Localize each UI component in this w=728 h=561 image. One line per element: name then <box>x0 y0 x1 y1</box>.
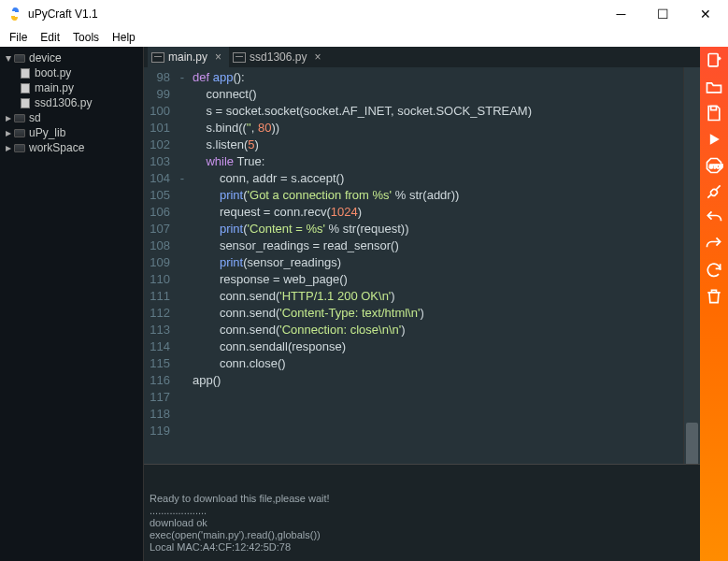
tree-node-workspace[interactable]: ▸ workSpace <box>2 140 141 155</box>
close-button[interactable]: ✕ <box>684 0 726 28</box>
tab-close-icon[interactable]: × <box>310 50 324 64</box>
file-icon <box>151 52 164 63</box>
window-title: uPyCraft V1.1 <box>28 7 600 21</box>
open-button[interactable] <box>704 77 724 97</box>
file-icon <box>233 52 246 63</box>
svg-rect-0 <box>708 54 718 66</box>
connect-button[interactable] <box>704 181 724 202</box>
tree-file-boot[interactable]: boot.py <box>2 65 141 80</box>
repl-console[interactable]: Ready to download this file,please wait!… <box>144 464 700 561</box>
undo-button[interactable] <box>704 208 724 228</box>
menu-help[interactable]: Help <box>107 29 141 46</box>
file-tree: ▾ device boot.py main.py ssd1306.py ▸ sd… <box>0 47 144 561</box>
tree-node-upylib[interactable]: ▸ uPy_lib <box>2 125 141 140</box>
menu-file[interactable]: File <box>4 29 33 46</box>
console-output: Ready to download this file,please wait!… <box>150 493 694 554</box>
menu-tools[interactable]: Tools <box>67 29 105 46</box>
tab-ssd1306-py[interactable]: ssd1306.py × <box>229 47 328 67</box>
tab-label: ssd1306.py <box>250 50 307 64</box>
scroll-thumb[interactable] <box>686 423 698 464</box>
code-editor[interactable]: 98 99 100 101 102 103 104 105 106 107 10… <box>144 67 700 464</box>
save-button[interactable] <box>704 103 724 123</box>
svg-rect-1 <box>711 107 717 110</box>
tree-node-device[interactable]: ▾ device <box>2 50 141 65</box>
window-controls: ─ ☐ ✕ <box>600 0 726 28</box>
menu-edit[interactable]: Edit <box>35 29 65 46</box>
tree-label: boot.py <box>35 66 71 79</box>
tree-label: device <box>29 51 62 65</box>
app-logo-icon <box>7 7 22 22</box>
tree-label: main.py <box>35 81 74 94</box>
tree-label: workSpace <box>29 141 84 154</box>
line-gutter: 98 99 100 101 102 103 104 105 106 107 10… <box>144 67 176 464</box>
code-body[interactable]: def app(): connect() s = socket.socket(s… <box>189 67 683 464</box>
stop-button[interactable]: STOP <box>704 155 724 176</box>
clear-button[interactable] <box>704 286 724 307</box>
tree-file-main[interactable]: main.py <box>2 80 141 95</box>
tree-label: sd <box>29 111 41 124</box>
titlebar: uPyCraft V1.1 ─ ☐ ✕ <box>0 0 728 28</box>
tab-close-icon[interactable]: × <box>211 50 225 64</box>
tree-label: ssd1306.py <box>35 96 92 109</box>
run-button[interactable] <box>704 129 724 150</box>
toolbar: STOP <box>700 47 728 561</box>
editor-area: main.py × ssd1306.py × 98 99 100 101 102… <box>144 47 700 561</box>
maximize-button[interactable]: ☐ <box>642 0 684 28</box>
tree-label: uPy_lib <box>29 126 65 139</box>
tabbar: main.py × ssd1306.py × <box>144 47 700 67</box>
minimize-button[interactable]: ─ <box>600 0 642 28</box>
sync-button[interactable] <box>704 260 724 280</box>
fold-column: - - <box>176 67 189 464</box>
tree-node-sd[interactable]: ▸ sd <box>2 110 141 125</box>
tree-file-ssd1306[interactable]: ssd1306.py <box>2 95 141 110</box>
redo-button[interactable] <box>704 234 724 254</box>
menubar: File Edit Tools Help <box>0 28 728 47</box>
new-file-button[interactable] <box>704 50 724 71</box>
tab-main-py[interactable]: main.py × <box>148 47 229 67</box>
tab-label: main.py <box>168 50 207 64</box>
vertical-scrollbar[interactable] <box>683 67 700 464</box>
svg-text:STOP: STOP <box>709 164 723 169</box>
